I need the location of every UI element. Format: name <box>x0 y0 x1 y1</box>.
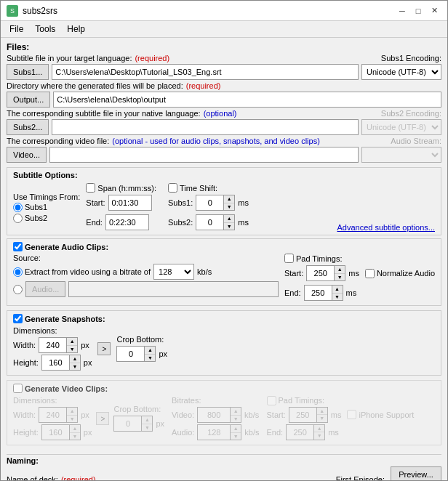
video-crop-down[interactable]: ▼ <box>142 424 152 432</box>
subs2-radio[interactable] <box>13 214 23 223</box>
video-clips-checkbox-label[interactable]: Generate Video Clips: <box>13 384 108 393</box>
preview-button[interactable]: Preview... <box>391 466 441 480</box>
time-shift-group: Time Shift: Subs1: ▲ ▼ ms <box>168 183 249 232</box>
video-pad-checkbox[interactable] <box>267 396 276 405</box>
span-start-row: Start: <box>86 195 156 211</box>
pad-timings-checkbox[interactable] <box>284 254 294 263</box>
video-clips-checkbox[interactable] <box>13 384 23 393</box>
minimize-button[interactable]: ─ <box>395 4 409 18</box>
snapshots-height-down[interactable]: ▼ <box>70 363 80 371</box>
snapshots-width-down[interactable]: ▼ <box>67 346 77 353</box>
pad-end-input[interactable] <box>304 285 332 301</box>
subs2-shift-down[interactable]: ▼ <box>224 223 234 230</box>
subs2-radio-label[interactable]: Subs2 <box>13 214 80 223</box>
snapshots-crop-down[interactable]: ▼ <box>145 355 155 362</box>
pad-end-down[interactable]: ▼ <box>332 294 343 301</box>
normalize-checkbox[interactable] <box>365 269 375 278</box>
video-pad-start-down[interactable]: ▼ <box>317 415 327 422</box>
subs1-encoding-select[interactable]: Unicode (UTF-8) <box>361 64 441 80</box>
audio-file-input[interactable] <box>68 281 279 297</box>
video-pad-end-up[interactable]: ▲ <box>314 425 324 433</box>
video-height-down[interactable]: ▼ <box>70 433 80 440</box>
time-shift-checkbox-label[interactable]: Time Shift: <box>168 183 249 193</box>
subs1-shift-input[interactable] <box>196 195 223 211</box>
subs2-shift-input[interactable] <box>196 214 223 230</box>
pad-end-up[interactable]: ▲ <box>332 286 343 294</box>
subs2-encoding-select[interactable]: Unicode (UTF-8) <box>361 119 441 135</box>
video-input[interactable] <box>49 147 359 163</box>
video-height-input[interactable] <box>41 424 69 440</box>
subs2-shift-up[interactable]: ▲ <box>224 215 234 223</box>
video-pad-end-down[interactable]: ▼ <box>314 432 324 440</box>
pad-start-up[interactable]: ▲ <box>335 266 345 274</box>
span-end-input[interactable] <box>105 214 149 230</box>
video-width-input[interactable] <box>39 407 66 423</box>
extract-radio-label[interactable]: Extract from video using a bitrate of <box>13 267 151 277</box>
snapshots-width-spinbox: ▲ ▼ <box>39 337 78 353</box>
snapshots-height-input[interactable] <box>41 355 69 371</box>
pad-start-input[interactable] <box>306 265 334 281</box>
span-checkbox-label[interactable]: Span (h:mm:ss): <box>86 183 156 193</box>
output-input[interactable] <box>53 92 441 108</box>
iphone-checkbox-label[interactable]: iPhone Support <box>347 410 414 419</box>
video-width-down[interactable]: ▼ <box>67 416 77 423</box>
video-pad-checkbox-label[interactable]: Pad Timings: <box>267 396 415 405</box>
video-clips-arrow-button[interactable]: > <box>96 412 109 425</box>
pad-timings-checkbox-label[interactable]: Pad Timings: <box>284 254 435 263</box>
audio-clips-checkbox-label[interactable]: Generate Audio Clips: <box>13 242 108 251</box>
video-width-up[interactable]: ▲ <box>67 408 77 416</box>
snapshots-arrow-button[interactable]: > <box>97 342 111 355</box>
subs2-button[interactable]: Subs2... <box>7 119 49 135</box>
video-bitrate-input[interactable] <box>197 407 230 423</box>
video-bitrate-down[interactable]: ▼ <box>231 416 241 423</box>
advanced-subtitle-link[interactable]: Advanced subtitle options... <box>337 223 435 232</box>
output-button[interactable]: Output... <box>7 92 50 108</box>
maximize-button[interactable]: □ <box>411 4 425 18</box>
subs1-radio-label[interactable]: Subs1 <box>13 203 80 212</box>
audio-stream-select[interactable] <box>361 147 441 163</box>
video-pad-end-input[interactable] <box>286 424 313 440</box>
iphone-checkbox[interactable] <box>347 410 356 419</box>
audio-clips-checkbox[interactable] <box>13 242 23 251</box>
subs2-input[interactable] <box>52 119 359 135</box>
snapshots-crop-input[interactable] <box>116 346 144 362</box>
snapshots-width-input[interactable] <box>39 337 66 353</box>
subs1-radio[interactable] <box>13 203 23 212</box>
snapshots-checkbox[interactable] <box>13 314 23 323</box>
video-pad-start-input[interactable] <box>289 407 316 423</box>
menu-tools[interactable]: Tools <box>29 23 61 36</box>
audio-bitrate-up[interactable]: ▲ <box>231 425 241 433</box>
video-crop-up[interactable]: ▲ <box>142 416 152 424</box>
subs1-shift-up[interactable]: ▲ <box>224 195 234 203</box>
span-start-input[interactable] <box>108 195 152 211</box>
close-button[interactable]: ✕ <box>427 4 441 18</box>
subs1-required: (required) <box>135 54 169 62</box>
subs1-input[interactable] <box>52 64 359 80</box>
bitrate-select[interactable]: 128 64 192 <box>153 264 194 280</box>
audio-bitrate-input[interactable] <box>197 424 230 440</box>
audio-bitrate-down[interactable]: ▼ <box>231 433 241 440</box>
subs1-button[interactable]: Subs1... <box>7 64 49 80</box>
snapshots-width-row: Width: ▲ ▼ px <box>13 337 92 353</box>
menu-file[interactable]: File <box>4 23 29 36</box>
video-crop-input[interactable] <box>113 416 141 432</box>
snapshots-crop-up[interactable]: ▲ <box>145 347 155 355</box>
video-bitrate-up[interactable]: ▲ <box>231 408 241 416</box>
snapshots-checkbox-label[interactable]: Generate Snapshots: <box>13 314 105 323</box>
span-checkbox[interactable] <box>86 183 95 193</box>
extract-radio[interactable] <box>13 267 23 277</box>
normalize-checkbox-label[interactable]: Normalize Audio <box>365 269 435 278</box>
audio-file-button[interactable]: Audio... <box>25 281 65 297</box>
video-button[interactable]: Video... <box>7 147 47 163</box>
video-pad-start-up[interactable]: ▲ <box>317 408 327 416</box>
video-height-up[interactable]: ▲ <box>70 425 80 433</box>
time-shift-checkbox[interactable] <box>168 183 177 193</box>
snapshots-height-up[interactable]: ▲ <box>70 355 80 363</box>
snapshots-width-up[interactable]: ▲ <box>67 338 77 346</box>
menu-help[interactable]: Help <box>61 23 91 36</box>
subs1-shift-down[interactable]: ▼ <box>224 203 234 211</box>
pad-start-down[interactable]: ▼ <box>335 274 345 281</box>
audio-file-radio[interactable] <box>13 285 23 294</box>
snapshots-px1: px <box>81 341 89 349</box>
span-start-label: Start: <box>86 198 105 207</box>
